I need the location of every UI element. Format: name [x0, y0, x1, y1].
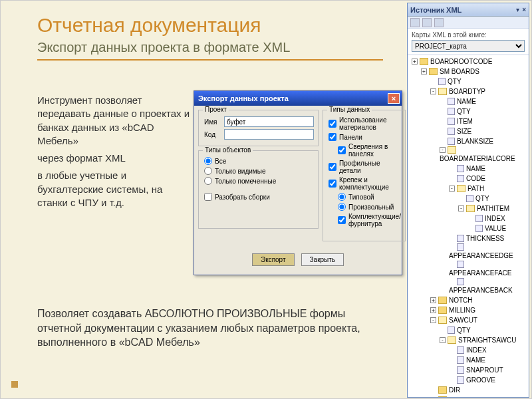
tree-node[interactable]: -PATHITEMINDEXVALUE [458, 203, 527, 233]
folder-icon [438, 396, 447, 397]
close-button[interactable]: Закрыть [301, 253, 344, 266]
xml-tree[interactable]: +BOARDROOTCODE+SM BOARDSQTY-BOARDTYPNAME… [408, 55, 529, 397]
radio-standard[interactable]: Типовой [329, 193, 401, 201]
tree-spacer [440, 98, 446, 104]
tree-node[interactable]: -FOREIGNFORMGIDNAMECODE [430, 395, 527, 397]
tree-node[interactable]: APPEARANCEFACE [449, 261, 527, 278]
dialog-title: Экспорт данных проекта [198, 94, 289, 102]
name-input[interactable] [224, 116, 314, 127]
chevron-down-icon[interactable]: ▾ [516, 6, 519, 13]
check-materials[interactable]: Использование материалов [329, 116, 401, 131]
tree-node[interactable]: +SM BOARDSQTY-BOARDTYPNAMEQTYITEMSIZEBLA… [421, 66, 527, 397]
element-icon [457, 376, 464, 384]
xml-panel-header[interactable]: Источник XML ▾ × [408, 3, 529, 17]
tree-node[interactable]: INDEX [449, 345, 527, 355]
expand-icon[interactable]: + [430, 307, 436, 313]
tree-node-label: MILLING [449, 305, 475, 315]
export-dialog: Экспорт данных проекта × Проект Имя Код … [194, 90, 402, 275]
tree-spacer [458, 196, 464, 201]
expand-icon[interactable]: + [430, 297, 436, 303]
tree-node[interactable]: NAME [449, 355, 527, 365]
tree-node-label: APPEARANCEEDGE [449, 251, 513, 261]
footer-text: Позволяет создавать АБСОЛЮТНО ПРОИЗВОЛЬН… [37, 307, 383, 350]
radio-custom[interactable]: Произвольный [329, 203, 401, 211]
check-profiles[interactable]: Профильные детали [329, 160, 401, 174]
check-hardware[interactable]: Крепеж и комплектующие [329, 176, 401, 191]
expand-icon[interactable]: + [421, 68, 427, 74]
export-button[interactable]: Экспорт [252, 253, 295, 266]
element-icon [438, 78, 446, 85]
tree-node[interactable]: DIR [430, 385, 527, 395]
element-icon [466, 195, 473, 202]
check-panels[interactable]: Панели [329, 133, 401, 141]
radio-selected[interactable]: Только помеченные [204, 177, 314, 185]
tree-node[interactable]: NAME [449, 164, 527, 174]
expand-icon[interactable]: + [412, 59, 418, 65]
tree-node[interactable]: +BOARDROOTCODE+SM BOARDSQTY-BOARDTYPNAME… [412, 57, 527, 397]
collapse-icon[interactable]: - [430, 317, 436, 323]
back-icon[interactable] [410, 18, 420, 27]
xml-map-select[interactable]: PROJECT_карта [412, 40, 525, 52]
tree-node[interactable]: QTY [430, 76, 527, 86]
check-furniture[interactable]: Комплектующие/фурнитура [329, 213, 401, 227]
folder-icon [438, 307, 447, 314]
collapse-icon[interactable]: - [440, 147, 446, 153]
dialog-title-bar[interactable]: Экспорт данных проекта × [194, 91, 402, 106]
tree-node[interactable]: QTY [458, 194, 527, 203]
collapse-icon[interactable]: - [430, 88, 436, 94]
check-expand[interactable]: Разобрать сборки [204, 193, 314, 201]
tree-node[interactable]: ITEM [440, 116, 527, 126]
folder-icon [420, 58, 428, 65]
tree-node[interactable]: THICKNESS [449, 233, 527, 243]
tree-node[interactable]: SIZE [440, 126, 527, 136]
element-icon [457, 278, 464, 285]
forward-icon[interactable] [422, 18, 432, 27]
tree-node[interactable]: NAME [440, 96, 527, 106]
tree-node[interactable]: -STRAIGHTSAWCUINDEXNAMESNAPROUTGROOVE [440, 335, 527, 385]
tree-node-label: SM BOARDS [440, 66, 479, 76]
body-text-block: Инструмент позволяет передавать данные о… [37, 94, 194, 213]
close-icon[interactable]: × [522, 6, 526, 13]
objtype-group-title: Типы объектов [203, 146, 253, 154]
project-group-title: Проект [203, 106, 229, 113]
tree-node[interactable]: -BOARDMATERIALCORENAMECODE-PATHQTY-PATHI… [440, 146, 527, 295]
close-icon[interactable]: × [388, 93, 400, 104]
code-input[interactable] [224, 129, 314, 140]
tree-node[interactable]: SNAPROUT [449, 365, 527, 375]
tree-node[interactable]: -PATHQTY-PATHITEMINDEXVALUE [449, 184, 527, 233]
folder-icon [448, 146, 456, 154]
tree-spacer [440, 128, 446, 134]
tree-node[interactable]: APPEARANCEBACK [449, 278, 527, 295]
tree-spacer [440, 108, 446, 114]
tree-node[interactable]: INDEX [467, 213, 527, 223]
tree-node[interactable]: APPEARANCEEDGE [449, 243, 527, 261]
tree-spacer [449, 347, 455, 353]
tree-node[interactable]: GROOVE [449, 375, 527, 385]
tree-spacer [449, 377, 455, 383]
tree-spacer [449, 166, 455, 172]
xml-map-label: Карты XML в этой книге: [408, 29, 529, 40]
tree-node[interactable]: -SAWCUTQTY-STRAIGHTSAWCUINDEXNAMESNAPROU… [430, 315, 527, 385]
tree-node-label: NAME [466, 164, 485, 174]
element-icon [448, 327, 455, 334]
collapse-icon[interactable]: - [458, 205, 464, 211]
radio-all[interactable]: Все [204, 157, 314, 165]
tree-spacer [440, 118, 446, 124]
tree-node[interactable]: -BOARDTYPNAMEQTYITEMSIZEBLANKSIZE-BOARDM… [430, 86, 527, 295]
tree-node[interactable]: BLANKSIZE [440, 136, 527, 146]
collapse-icon[interactable]: - [449, 186, 455, 192]
radio-visible[interactable]: Только видимые [204, 167, 314, 175]
element-icon [475, 225, 483, 232]
tree-node-label: ITEM [457, 116, 473, 126]
tree-node[interactable]: +NOTCH [430, 295, 527, 305]
tree-node[interactable]: +MILLING [430, 305, 527, 315]
tree-node[interactable]: CODE [449, 174, 527, 184]
tree-node-label: NAME [457, 96, 476, 106]
tree-node[interactable]: QTY [440, 325, 527, 335]
collapse-icon[interactable]: - [440, 337, 446, 343]
tree-node[interactable]: QTY [440, 106, 527, 116]
tree-node[interactable]: VALUE [467, 223, 527, 233]
tree-spacer [430, 387, 436, 393]
check-holes[interactable]: Сверления в панелях [329, 143, 401, 158]
home-icon[interactable] [434, 18, 444, 27]
